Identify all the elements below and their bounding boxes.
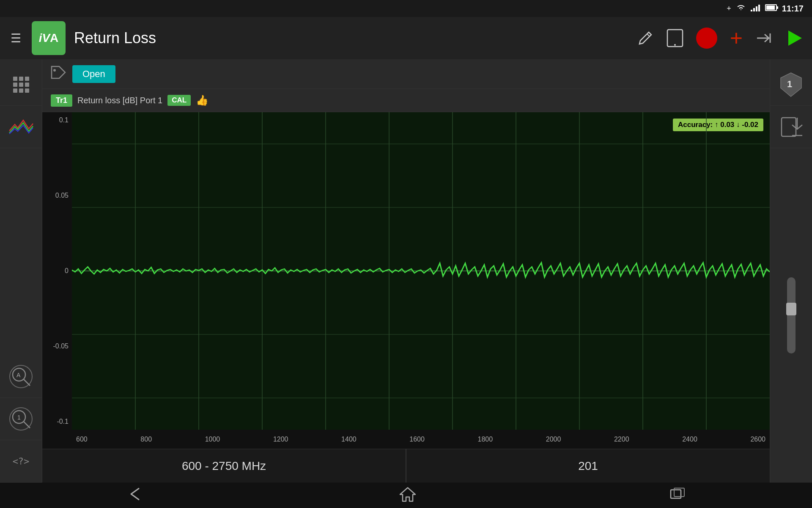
x-label-1800: 1800 <box>478 436 493 443</box>
x-label-600: 600 <box>76 436 88 443</box>
svg-text:A: A <box>16 372 21 378</box>
trace-bar: Tr1 Return loss [dB] Port 1 CAL 👍 <box>42 89 770 112</box>
sidebar-item-zoom-1[interactable]: 1 <box>0 398 42 440</box>
y-label-bottom: -0.1 <box>57 418 69 425</box>
thumbs-up-icon: 👍 <box>196 94 208 106</box>
x-label-1000: 1000 <box>205 436 220 443</box>
svg-rect-1 <box>753 8 755 11</box>
x-label-2200: 2200 <box>614 436 629 443</box>
battery-icon <box>765 4 777 13</box>
svg-rect-2 <box>756 6 757 11</box>
point-count[interactable]: 201 <box>406 449 770 483</box>
wifi-icon <box>736 4 746 14</box>
x-axis-labels: 600 800 1000 1200 1400 1600 1800 2000 22… <box>72 436 770 443</box>
bluetooth-icon: + <box>727 4 731 13</box>
help-icon: <?> <box>13 456 30 467</box>
x-label-2400: 2400 <box>682 436 697 443</box>
sidebar-item-help[interactable]: <?> <box>0 440 42 483</box>
left-sidebar: A 1 <?> <box>0 59 42 483</box>
svg-rect-3 <box>758 5 760 11</box>
nav-back-button[interactable] <box>127 487 145 504</box>
frequency-range[interactable]: 600 - 2750 MHz <box>42 449 406 483</box>
x-label-1200: 1200 <box>273 436 288 443</box>
zoom-1-icon: 1 <box>9 407 33 431</box>
x-label-2000: 2000 <box>546 436 561 443</box>
svg-line-10 <box>24 379 30 386</box>
svg-point-15 <box>53 69 56 72</box>
y-label-2: 0.05 <box>55 192 69 199</box>
sidebar-item-grid[interactable] <box>0 64 42 106</box>
tr1-badge[interactable]: Tr1 <box>51 94 72 107</box>
status-bar: + 11:17 <box>0 0 812 17</box>
svg-rect-32 <box>782 118 796 136</box>
logo-box[interactable]: iVA <box>32 21 66 55</box>
y-label-3: 0 <box>65 267 69 275</box>
slider-container <box>787 148 796 483</box>
signal-icon <box>751 4 760 14</box>
status-time: 11:17 <box>782 4 804 14</box>
add-button[interactable]: + <box>730 27 743 49</box>
trace-label: Return loss [dB] Port 1 <box>77 96 162 105</box>
export-icon <box>779 114 803 139</box>
header-bar: ☰ iVA Return Loss + <box>0 17 812 59</box>
shield-icon: 1 <box>779 72 803 97</box>
slider-track[interactable] <box>787 277 796 353</box>
open-button[interactable]: Open <box>72 65 115 83</box>
x-axis: 600 800 1000 1200 1400 1600 1800 2000 22… <box>42 430 770 449</box>
svg-point-5 <box>674 44 676 46</box>
sidebar-item-chart[interactable] <box>0 106 42 148</box>
main-layout: A 1 <?> <box>0 59 812 483</box>
app-title: Return Loss <box>74 29 628 47</box>
content-area: Open Tr1 Return loss [dB] Port 1 CAL 👍 0… <box>42 59 770 483</box>
grid-icon <box>13 77 29 93</box>
x-label-1600: 1600 <box>409 436 425 443</box>
nav-recent-button[interactable] <box>670 486 685 505</box>
chart-container: 0.1 0.05 0 -0.05 -0.1 Accuracy: ↑ 0.03 ↓… <box>42 112 770 430</box>
cal-badge[interactable]: CAL <box>167 95 191 106</box>
nav-home-button[interactable] <box>399 486 416 505</box>
svg-text:1: 1 <box>787 79 792 89</box>
pencil-button[interactable] <box>637 30 654 47</box>
tag-icon <box>51 66 66 83</box>
y-label-4: -0.05 <box>53 342 69 350</box>
chart-icon <box>8 116 34 138</box>
x-label-2600: 2600 <box>750 436 765 443</box>
skip-button[interactable] <box>755 31 772 45</box>
sidebar-item-zoom-a[interactable]: A <box>0 356 42 398</box>
right-item-export[interactable] <box>770 106 812 148</box>
bottom-bar: 600 - 2750 MHz 201 <box>42 449 770 483</box>
chart-canvas: Accuracy: ↑ 0.03 ↓ -0.02 <box>72 112 770 430</box>
slider-thumb[interactable] <box>786 303 796 315</box>
top-controls: Open <box>42 59 770 89</box>
y-axis-labels: 0.1 0.05 0 -0.05 -0.1 <box>42 112 72 430</box>
header-actions: + <box>637 27 804 49</box>
svg-marker-36 <box>400 488 415 501</box>
tablet-button[interactable] <box>667 29 683 47</box>
menu-icon[interactable]: ☰ <box>8 29 23 47</box>
y-label-top: 0.1 <box>59 116 69 124</box>
android-nav <box>0 483 812 508</box>
x-label-800: 800 <box>140 436 152 443</box>
zoom-a-icon: A <box>9 365 33 388</box>
x-label-1400: 1400 <box>341 436 357 443</box>
signal-trace <box>72 263 770 277</box>
svg-marker-8 <box>788 30 802 46</box>
svg-line-13 <box>24 422 30 428</box>
svg-rect-0 <box>751 10 752 11</box>
record-button[interactable] <box>696 28 717 49</box>
svg-text:1: 1 <box>17 414 21 421</box>
right-panel: 1 <box>770 59 812 483</box>
logo-text: A <box>50 31 58 44</box>
right-item-shield[interactable]: 1 <box>770 64 812 106</box>
play-button[interactable] <box>785 29 804 47</box>
